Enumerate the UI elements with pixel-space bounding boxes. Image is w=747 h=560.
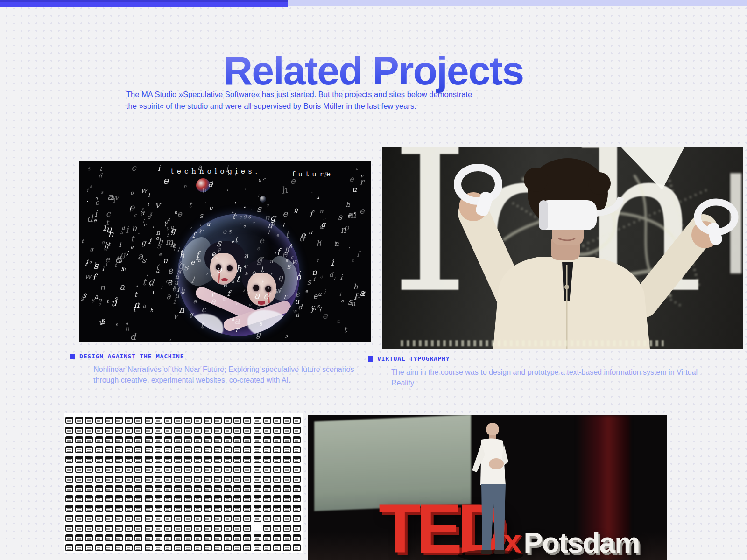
doc-icon	[125, 466, 133, 473]
doc-icon	[194, 436, 202, 443]
scatter-glyph: h	[316, 239, 321, 248]
scatter-glyph: d	[298, 304, 302, 310]
scatter-glyph: h	[150, 308, 153, 313]
doc-icon	[184, 544, 192, 551]
scatter-glyph: g	[270, 214, 276, 222]
doc-icon	[65, 534, 73, 541]
scatter-glyph: '	[204, 202, 206, 206]
scatter-glyph: i	[129, 207, 131, 214]
scatter-glyph: n	[334, 240, 339, 247]
doc-icon	[95, 515, 103, 522]
doc-icon	[155, 534, 162, 541]
scatter-glyph: i	[333, 276, 336, 281]
doc-icon	[105, 476, 113, 483]
doc-icon	[243, 446, 251, 453]
scatter-glyph: w	[319, 208, 324, 214]
scatter-glyph: s	[317, 303, 320, 309]
doc-icon	[184, 436, 192, 443]
doc-icon	[233, 436, 241, 443]
scatter-glyph: t	[344, 326, 346, 334]
scatter-glyph: t	[142, 278, 146, 287]
doc-icon	[243, 544, 251, 551]
scatter-glyph: e	[93, 218, 97, 223]
doc-icon	[204, 534, 212, 541]
scatter-glyph: u	[163, 258, 168, 265]
doc-icon	[243, 436, 251, 443]
doc-icon	[184, 515, 192, 522]
scatter-glyph: e	[172, 242, 176, 249]
doc-icon	[75, 446, 83, 453]
project-image-design-against-the-machine[interactable]: technologies. future airlnettisstrcetdau…	[79, 161, 371, 342]
doc-icon	[155, 476, 162, 483]
scatter-glyph: e	[129, 203, 134, 212]
doc-icon	[75, 525, 83, 532]
project-label-virtual-typography[interactable]: VIRTUAL TYPOGRAPHY	[368, 355, 450, 362]
doc-icon	[105, 544, 113, 551]
doc-icon	[204, 485, 212, 492]
doc-icon	[85, 456, 93, 463]
figure2-eye-graphic	[253, 285, 259, 291]
scatter-glyph: g	[141, 239, 146, 246]
scatter-glyph: n	[183, 184, 186, 189]
doc-icon	[233, 456, 241, 463]
doc-icon	[125, 525, 133, 532]
scatter-glyph: n	[174, 210, 177, 216]
scatter-glyph: a	[353, 290, 360, 300]
doc-icon	[145, 544, 153, 551]
doc-icon	[293, 515, 301, 522]
doc-icon	[75, 436, 83, 443]
doc-icon	[105, 534, 113, 541]
doc-icon	[273, 436, 281, 443]
project-image-document-grid[interactable]	[64, 413, 303, 553]
related-projects-page: Related Projects The MA Studio »Speculat…	[0, 0, 747, 560]
doc-icon	[85, 427, 93, 434]
scatter-glyph: h	[104, 242, 109, 250]
project-image-virtual-typography[interactable]: Ich	[382, 147, 743, 349]
doc-icon	[293, 427, 301, 434]
doc-icon	[224, 525, 232, 532]
scatter-glyph: t	[81, 239, 84, 245]
doc-icon	[204, 476, 212, 483]
project-image-tedx-potsdam[interactable]: TEDx Potsdam	[308, 415, 667, 560]
doc-icon	[174, 476, 182, 483]
page-title: Related Projects	[0, 48, 747, 94]
doc-icon	[155, 485, 162, 492]
doc-icon	[105, 417, 113, 424]
scatter-glyph: .	[135, 280, 139, 288]
doc-icon	[224, 446, 232, 453]
doc-icon	[105, 436, 113, 443]
project-label-design-against-the-machine[interactable]: DESIGN AGAINST THE MACHINE	[70, 353, 184, 360]
scatter-glyph: e	[359, 207, 365, 215]
scatter-glyph: e	[130, 245, 133, 250]
doc-icon	[155, 466, 162, 473]
doc-icon	[254, 505, 261, 512]
scatter-glyph: h	[121, 266, 124, 271]
doc-icon	[164, 427, 172, 434]
doc-icon	[214, 505, 222, 512]
scatter-glyph: i	[106, 263, 107, 267]
doc-icon	[283, 427, 291, 434]
doc-icon	[125, 417, 133, 424]
scatter-glyph: f	[156, 264, 159, 271]
scatter-glyph: n	[295, 312, 299, 318]
doc-icon	[174, 544, 182, 551]
doc-icon	[105, 505, 113, 512]
scatter-glyph: s	[141, 256, 147, 265]
doc-icon	[214, 485, 222, 492]
scatter-glyph: e	[305, 289, 308, 293]
scatter-glyph: o	[130, 190, 134, 196]
scatter-glyph: .	[244, 182, 247, 191]
doc-icon	[293, 495, 301, 502]
doc-icon	[263, 446, 271, 453]
scatter-glyph: o	[101, 240, 105, 245]
doc-icon	[155, 515, 162, 522]
doc-icon	[224, 534, 232, 541]
scatter-glyph: i	[226, 188, 228, 193]
doc-icon	[105, 456, 113, 463]
intro-line-2: the »spirit« of the studio and were all …	[126, 100, 472, 112]
doc-icon	[273, 427, 281, 434]
doc-icon	[115, 534, 123, 541]
scatter-glyph: i	[324, 289, 326, 295]
doc-icon	[224, 505, 232, 512]
scatter-glyph: ;	[320, 238, 322, 243]
